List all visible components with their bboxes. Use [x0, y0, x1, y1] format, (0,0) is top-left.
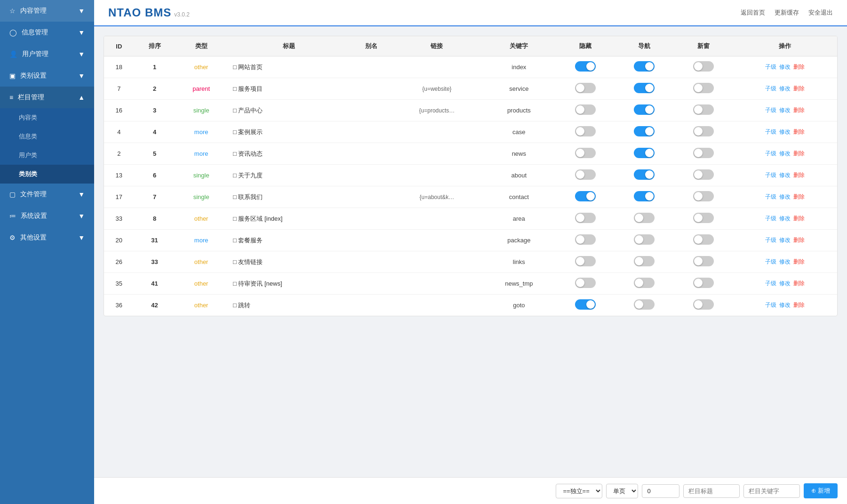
- hidden-toggle[interactable]: [575, 83, 596, 93]
- new-win-toggle[interactable]: [693, 299, 714, 310]
- delete-btn[interactable]: 删除: [793, 258, 805, 265]
- back-home-button[interactable]: 返回首页: [741, 8, 765, 17]
- title-input[interactable]: [683, 484, 740, 498]
- delete-btn[interactable]: 删除: [793, 215, 805, 222]
- type-select[interactable]: ==独立==: [556, 484, 602, 498]
- edit-btn[interactable]: 修改: [779, 64, 791, 70]
- hidden-toggle[interactable]: [575, 169, 596, 180]
- edit-btn[interactable]: 修改: [779, 237, 791, 243]
- add-button[interactable]: ⊕ 新增: [804, 483, 838, 498]
- new-win-toggle[interactable]: [693, 83, 714, 93]
- nav-toggle[interactable]: [634, 83, 655, 93]
- hidden-toggle[interactable]: [575, 234, 596, 245]
- nav-toggle[interactable]: [634, 126, 655, 136]
- hidden-toggle[interactable]: [575, 148, 596, 158]
- sidebar-item-category-settings[interactable]: ▣ 类别设置 ▼: [0, 65, 94, 87]
- nav-toggle[interactable]: [634, 256, 655, 266]
- new-win-toggle[interactable]: [693, 256, 714, 266]
- nav-toggle[interactable]: [634, 191, 655, 201]
- row-id: 18: [104, 56, 134, 78]
- child-btn[interactable]: 子级: [765, 150, 776, 157]
- edit-btn[interactable]: 修改: [779, 215, 791, 222]
- row-link: [392, 208, 482, 230]
- refresh-cache-button[interactable]: 更新缓存: [775, 8, 799, 17]
- row-order: 2: [134, 78, 176, 100]
- sidebar-item-info-mgmt[interactable]: ◯ 信息管理 ▼: [0, 22, 94, 43]
- sidebar-sub-item-info-type[interactable]: 信息类: [0, 127, 94, 146]
- child-btn[interactable]: 子级: [765, 280, 776, 287]
- nav-toggle[interactable]: [634, 278, 655, 288]
- sidebar-item-file-mgmt[interactable]: ▢ 文件管理 ▼: [0, 184, 94, 205]
- hidden-toggle[interactable]: [575, 213, 596, 223]
- new-win-toggle[interactable]: [693, 191, 714, 201]
- delete-btn[interactable]: 删除: [793, 193, 805, 200]
- nav-toggle[interactable]: [634, 104, 655, 115]
- delete-btn[interactable]: 删除: [793, 107, 805, 113]
- edit-btn[interactable]: 修改: [779, 128, 791, 135]
- nav-toggle[interactable]: [634, 148, 655, 158]
- page-type-select[interactable]: 单页: [606, 484, 638, 498]
- edit-btn[interactable]: 修改: [779, 302, 791, 308]
- new-win-toggle[interactable]: [693, 61, 714, 72]
- child-btn[interactable]: 子级: [765, 215, 776, 222]
- sidebar-item-other-settings[interactable]: ⚙ 其他设置 ▼: [0, 227, 94, 248]
- nav-toggle[interactable]: [634, 61, 655, 72]
- delete-btn[interactable]: 删除: [793, 85, 805, 92]
- child-btn[interactable]: 子级: [765, 258, 776, 265]
- logout-button[interactable]: 安全退出: [808, 8, 833, 17]
- hidden-toggle[interactable]: [575, 126, 596, 136]
- hidden-toggle[interactable]: [575, 191, 596, 201]
- sidebar-sub-item-user-type[interactable]: 用户类: [0, 146, 94, 165]
- child-btn[interactable]: 子级: [765, 193, 776, 200]
- nav-toggle[interactable]: [634, 169, 655, 180]
- delete-btn[interactable]: 删除: [793, 280, 805, 287]
- delete-btn[interactable]: 删除: [793, 150, 805, 157]
- row-type: more: [175, 121, 227, 143]
- nav-toggle[interactable]: [634, 234, 655, 245]
- sidebar-item-content-mgmt[interactable]: ☆ 内容管理 ▼: [0, 0, 94, 22]
- hidden-toggle[interactable]: [575, 299, 596, 310]
- hidden-toggle[interactable]: [575, 278, 596, 288]
- child-btn[interactable]: 子级: [765, 107, 776, 113]
- child-btn[interactable]: 子级: [765, 64, 776, 70]
- new-win-toggle[interactable]: [693, 234, 714, 245]
- new-win-toggle[interactable]: [693, 148, 714, 158]
- new-win-toggle[interactable]: [693, 126, 714, 136]
- new-win-toggle[interactable]: [693, 169, 714, 180]
- delete-btn[interactable]: 删除: [793, 237, 805, 243]
- delete-btn[interactable]: 删除: [793, 64, 805, 70]
- edit-btn[interactable]: 修改: [779, 172, 791, 178]
- child-btn[interactable]: 子级: [765, 172, 776, 178]
- order-input[interactable]: [642, 484, 679, 498]
- sidebar-item-column-mgmt[interactable]: ≡ 栏目管理 ▲: [0, 87, 94, 108]
- new-win-toggle[interactable]: [693, 104, 714, 115]
- child-btn[interactable]: 子级: [765, 85, 776, 92]
- delete-btn[interactable]: 删除: [793, 128, 805, 135]
- nav-toggle[interactable]: [634, 299, 655, 310]
- hidden-toggle[interactable]: [575, 61, 596, 72]
- delete-btn[interactable]: 删除: [793, 302, 805, 308]
- sidebar-item-user-mgmt[interactable]: 👤 用户管理 ▼: [0, 43, 94, 65]
- nav-cell: [615, 295, 674, 316]
- new-win-cell: [674, 186, 733, 208]
- edit-btn[interactable]: 修改: [779, 258, 791, 265]
- edit-btn[interactable]: 修改: [779, 107, 791, 113]
- child-btn[interactable]: 子级: [765, 302, 776, 308]
- edit-btn[interactable]: 修改: [779, 85, 791, 92]
- child-btn[interactable]: 子级: [765, 237, 776, 243]
- edit-btn[interactable]: 修改: [779, 193, 791, 200]
- edit-btn[interactable]: 修改: [779, 150, 791, 157]
- sidebar-item-system-settings[interactable]: ≔ 系统设置 ▼: [0, 205, 94, 227]
- sidebar-sub-item-content-type[interactable]: 内容类: [0, 108, 94, 127]
- nav-toggle[interactable]: [634, 213, 655, 223]
- edit-btn[interactable]: 修改: [779, 280, 791, 287]
- delete-btn[interactable]: 删除: [793, 172, 805, 178]
- child-btn[interactable]: 子级: [765, 128, 776, 135]
- row-actions: 子级修改删除: [733, 208, 837, 230]
- keyword-input[interactable]: [743, 484, 800, 498]
- hidden-toggle[interactable]: [575, 104, 596, 115]
- sidebar-sub-item-category-type[interactable]: 类别类: [0, 165, 94, 184]
- new-win-toggle[interactable]: [693, 278, 714, 288]
- hidden-toggle[interactable]: [575, 256, 596, 266]
- new-win-toggle[interactable]: [693, 213, 714, 223]
